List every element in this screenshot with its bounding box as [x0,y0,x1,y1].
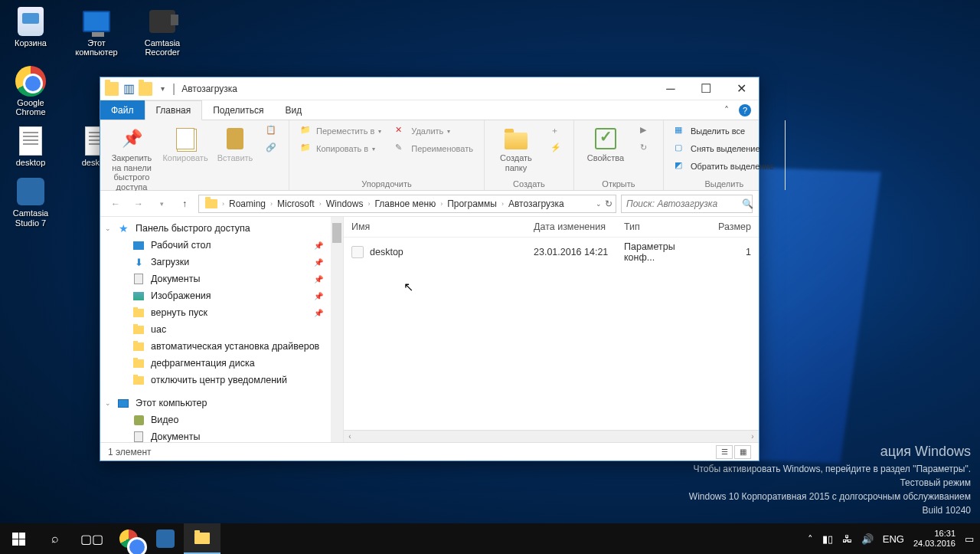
qat-properties-icon[interactable]: ▥ [122,82,136,96]
menu-file[interactable]: Файл [100,100,145,120]
breadcrumb[interactable]: › Roaming› Microsoft› Windows› Главное м… [198,195,616,213]
copy-to-button[interactable]: 📁Копировать в ▾ [297,141,384,156]
title-bar[interactable]: ▥ ▾ | Автозагрузка ─ ☐ ✕ [100,77,759,100]
start-button[interactable] [0,523,37,554]
search-box[interactable]: 🔍 [621,195,753,213]
column-headers[interactable]: Имя Дата изменения Тип Размер [344,217,759,238]
tray-volume-icon[interactable]: 🔊 [861,533,874,545]
ribbon: 📌Закрепить на панели быстрого доступа Ко… [100,120,759,191]
open-icon[interactable]: ▶ [637,123,655,139]
camtasia-studio-icon[interactable]: Camtasia Studio 7 [6,176,55,227]
minimize-button[interactable]: ─ [653,77,688,100]
recycle-bin-icon[interactable]: Корзина [6,6,55,57]
sidebar-item[interactable]: Рабочий стол📌 [100,237,343,254]
sidebar-item[interactable]: вернуть пуск📌 [100,304,343,321]
col-size[interactable]: Размер [708,221,751,232]
history-icon[interactable]: ↻ [637,141,655,156]
desktop-file-icon-1[interactable]: desktop [6,126,55,167]
copy-button[interactable]: Копировать [163,123,207,166]
nav-up-button[interactable]: ↑ [175,195,194,213]
menu-home[interactable]: Главная [145,100,203,120]
sidebar-item[interactable]: ⬇Загрузки📌 [100,254,343,270]
group-open: Открыть [582,178,655,188]
nav-forward-button[interactable]: → [129,195,148,213]
sidebar-item[interactable]: Документы [100,428,343,442]
easy-access-icon[interactable]: ⚡ [547,141,566,156]
qat-newfolder-icon[interactable] [139,82,152,96]
move-to-button[interactable]: 📁Переместить в ▾ [297,123,384,139]
select-all-button[interactable]: ▦Выделить все [671,123,777,139]
sidebar-quick-access[interactable]: ⌄★Панель быстрого доступа [100,220,343,237]
delete-button[interactable]: ✕Удалить ▾ [392,123,476,139]
camtasia-recorder-icon[interactable]: Camtasia Recorder [138,6,187,57]
col-name[interactable]: Имя [351,221,534,232]
group-organize: Упорядочить [297,178,476,188]
status-bar: 1 элемент ☰ ▦ [100,442,759,461]
maximize-button[interactable]: ☐ [688,77,724,100]
tray-clock[interactable]: 16:31 24.03.2016 [913,529,956,549]
address-dropdown-icon[interactable]: ⌄ [596,200,602,208]
taskbar-chrome[interactable] [110,523,147,554]
search-input[interactable] [626,198,742,209]
view-large-icon[interactable]: ▦ [734,445,751,459]
desktop-background: Корзина Этот компьютер Camtasia Recorder… [0,0,980,554]
sidebar-item[interactable]: автоматическая установка драйверов [100,338,343,355]
paste-path-icon[interactable]: 🔗 [263,141,281,156]
new-folder-button[interactable]: Создать папку [492,123,540,175]
search-button[interactable]: ⌕ [37,523,74,554]
tray-chevron-icon[interactable]: ˄ [808,533,813,545]
breadcrumb-item[interactable]: Главное меню [371,198,439,209]
qat-dropdown-icon[interactable]: ▾ [155,82,169,96]
view-details-icon[interactable]: ☰ [716,445,733,459]
horizontal-scrollbar[interactable]: ‹› [344,430,759,442]
col-date[interactable]: Дата изменения [534,221,624,232]
taskbar: ⌕ ▢▢ ˄ ▮▯ 🖧 🔊 ENG 16:31 24.03.2016 ▭ [0,523,980,554]
tray-battery-icon[interactable]: ▮▯ [822,533,833,545]
breadcrumb-item[interactable]: Windows [323,198,367,209]
paste-button[interactable]: Вставить [215,123,255,166]
breadcrumb-item[interactable]: Автозагрузка [505,198,567,209]
sidebar-item[interactable]: отключить центр уведомлений [100,372,343,388]
sidebar-item[interactable]: uac [100,321,343,338]
taskbar-camtasia[interactable] [147,523,184,554]
new-item-icon[interactable]: ＋ [547,123,566,139]
status-text: 1 элемент [108,447,152,457]
window-title: Автозагрузка [181,84,237,94]
rename-button[interactable]: ✎Переименовать [392,141,476,156]
ribbon-collapse-icon[interactable]: ˄ [720,104,733,116]
taskbar-explorer[interactable] [184,523,220,554]
this-pc-icon[interactable]: Этот компьютер [72,6,121,57]
close-button[interactable]: ✕ [724,77,759,100]
invert-selection-button[interactable]: ◩Обратить выделение [671,159,777,174]
pin-button[interactable]: 📌Закрепить на панели быстрого доступа [108,123,155,195]
menu-share[interactable]: Поделиться [202,100,274,120]
refresh-icon[interactable]: ↻ [605,198,612,209]
group-new: Создать [492,178,566,188]
tray-network-icon[interactable]: 🖧 [842,533,852,545]
nav-back-button[interactable]: ← [106,195,125,213]
system-tray: ˄ ▮▯ 🖧 🔊 ENG 16:31 24.03.2016 ▭ [808,529,980,549]
sidebar-this-pc[interactable]: ⌄Этот компьютер [100,395,343,411]
sidebar-item[interactable]: Изображения📌 [100,287,343,304]
file-list-pane: Имя Дата изменения Тип Размер desktop 23… [344,217,759,442]
nav-recent-button[interactable]: ▾ [152,195,171,213]
folder-icon [105,82,119,96]
tray-language[interactable]: ENG [883,533,904,545]
properties-button[interactable]: Свойства [582,123,629,166]
file-row[interactable]: desktop 23.01.2016 14:21 Параметры конф.… [344,238,759,267]
sidebar-item[interactable]: Документы📌 [100,270,343,287]
sidebar-item[interactable]: дефрагментация диска [100,355,343,372]
col-type[interactable]: Тип [624,221,708,232]
breadcrumb-item[interactable]: Программы [444,198,500,209]
select-none-button[interactable]: ▢Снять выделение [671,141,777,156]
paste-shortcut-icon[interactable]: 📋 [263,123,281,139]
search-icon[interactable]: 🔍 [742,198,753,209]
breadcrumb-item[interactable]: Roaming [226,198,269,209]
tray-notifications-icon[interactable]: ▭ [965,533,974,545]
sidebar-item[interactable]: Видео [100,411,343,428]
menu-view[interactable]: Вид [274,100,312,120]
chrome-icon[interactable]: Google Chrome [6,66,55,116]
breadcrumb-item[interactable]: Microsoft [274,198,318,209]
help-icon[interactable]: ? [739,104,751,116]
task-view-button[interactable]: ▢▢ [74,523,110,554]
